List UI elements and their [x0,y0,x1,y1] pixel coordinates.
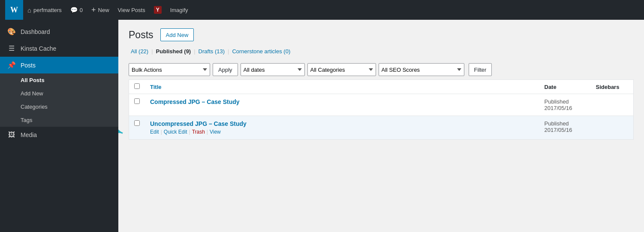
th-date: Date [539,80,591,94]
comments-count: 0 [80,7,83,13]
filter-tabs: All (22) | Published (9) | Drafts (13) |… [129,48,634,55]
row2-edit-link[interactable]: Edit [150,129,159,135]
view-posts-label: View Posts [118,7,145,13]
plus-icon: + [91,6,96,15]
sep-a: | [161,129,162,135]
new-item[interactable]: + New [87,0,114,20]
sep1: | [151,48,153,55]
posts-tbody: Compressed JPG – Case Study Published 20… [129,94,634,140]
row1-status: Published [545,98,586,105]
yoast-item[interactable]: Y [150,0,166,20]
filter-tab-drafts[interactable]: Drafts (13) [196,48,227,55]
all-seo-select[interactable]: All SEO Scores [379,63,464,76]
th-checkbox [129,80,145,94]
page-header: Posts Add New [129,28,634,41]
sidebar-item-dashboard-label: Dashboard [21,28,50,35]
row1-cb [129,94,145,116]
row1-date: 2017/05/16 [545,105,586,111]
sidebar-submenu: All Posts Add New Categories Tags [0,73,118,127]
all-dates-select[interactable]: All dates [241,63,305,76]
comments-icon: 💬 [70,6,78,13]
sidebar-item-media[interactable]: 🖼 Media [0,127,118,143]
site-name-item[interactable]: ⌂ perfmatters [23,0,66,20]
imagify-item[interactable]: Imagify [166,0,193,20]
row2-checkbox[interactable] [134,120,140,126]
view-posts-item[interactable]: View Posts [114,0,150,20]
yoast-icon: Y [154,6,162,14]
row1-sidebars [591,94,634,116]
row1-title-link[interactable]: Compressed JPG – Case Study [150,98,240,105]
row1-date-cell: Published 2017/05/16 [539,94,591,116]
sidebar-submenu-categories[interactable]: Categories [0,100,118,113]
filter-button[interactable]: Filter [469,63,492,76]
filter-tab-published[interactable]: Published (9) [154,48,193,55]
media-icon: 🖼 [7,131,16,139]
sidebar-item-posts-label: Posts [21,62,36,69]
table-row: Compressed JPG – Case Study Published 20… [129,94,634,116]
row2-actions: Edit | Quick Edit | Trash | View [150,129,534,135]
add-new-submenu-label: Add New [21,90,43,97]
sidebar: 🎨 Dashboard ☰ Kinsta Cache 📌 Posts All P… [0,20,118,232]
bulk-actions-select[interactable]: Bulk Actions [129,63,210,76]
add-new-button[interactable]: Add New [160,28,194,41]
row2-date: 2017/05/16 [545,127,586,133]
content-area: Posts Add New All (22) | Published (9) |… [118,20,644,232]
tags-label: Tags [21,117,32,123]
sidebar-submenu-tags[interactable]: Tags [0,113,118,127]
annotation-arrow [118,112,133,137]
sidebar-item-dashboard[interactable]: 🎨 Dashboard [0,23,118,40]
kinsta-cache-icon: ☰ [7,44,16,52]
filter-tab-cornerstone[interactable]: Cornerstone articles (0) [230,48,292,55]
sidebar-item-posts[interactable]: 📌 Posts [0,57,118,73]
admin-bar: W ⌂ perfmatters 💬 0 + New View Posts Y I… [0,0,644,20]
sep-b: | [189,129,190,135]
table-row: Uncompressed JPG – Case Study Edit | Qui… [129,116,634,140]
row2-date-cell: Published 2017/05/16 [539,116,591,140]
row1-title-cell: Compressed JPG – Case Study [145,94,539,116]
all-categories-select[interactable]: All Categories [307,63,376,76]
sidebar-submenu-all-posts[interactable]: All Posts [0,73,118,87]
toolbar: Bulk Actions Apply All dates All Categor… [129,60,634,79]
select-all-checkbox[interactable] [134,83,140,89]
row2-cb [129,116,145,140]
row1-checkbox[interactable] [134,98,140,104]
row2-status: Published [545,120,586,127]
row2-title-cell: Uncompressed JPG – Case Study Edit | Qui… [145,116,539,140]
posts-table: Title Date Sidebars Compressed JPG – Cas… [129,79,634,140]
row2-trash-link[interactable]: Trash [192,129,205,135]
dashboard-icon: 🎨 [7,27,16,36]
row2-quick-edit-link[interactable]: Quick Edit [164,129,187,135]
th-title[interactable]: Title [145,80,539,94]
sidebar-item-kinsta-cache[interactable]: ☰ Kinsta Cache [0,40,118,57]
row2-title-link[interactable]: Uncompressed JPG – Case Study [150,120,247,127]
media-label: Media [21,131,37,138]
sidebar-submenu-add-new[interactable]: Add New [0,87,118,100]
imagify-label: Imagify [170,7,188,13]
row2-sidebars [591,116,634,140]
wp-logo[interactable]: W [5,0,23,20]
site-name-label: perfmatters [33,7,62,13]
all-posts-label: All Posts [21,77,45,83]
comments-item[interactable]: 💬 0 [66,0,87,20]
home-icon: ⌂ [27,6,31,14]
sep-c: | [207,129,208,135]
sep2: | [194,48,195,55]
filter-tab-all[interactable]: All (22) [129,48,150,55]
table-header-row: Title Date Sidebars [129,80,634,94]
wp-icon: W [10,6,18,15]
th-sidebars: Sidebars [591,80,634,94]
categories-label: Categories [21,104,48,110]
sep3: | [228,48,229,55]
page-title: Posts [129,29,153,41]
new-label: New [98,7,109,13]
main-layout: 🎨 Dashboard ☰ Kinsta Cache 📌 Posts All P… [0,20,644,232]
posts-icon: 📌 [7,61,16,69]
sidebar-item-kinsta-cache-label: Kinsta Cache [21,45,56,52]
apply-button[interactable]: Apply [213,63,238,76]
row2-view-link[interactable]: View [210,129,221,135]
